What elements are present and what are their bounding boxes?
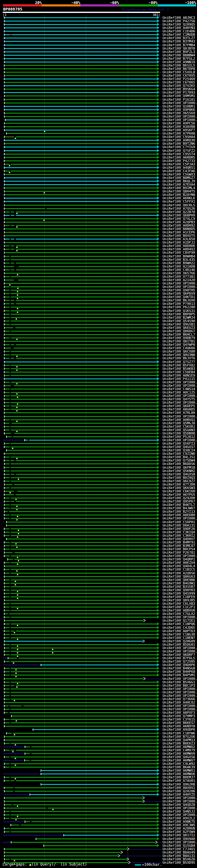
hit-bar[interactable] [5,188,157,188]
hit-bar[interactable] [5,365,157,366]
hit-bar[interactable] [5,116,157,117]
hit-label[interactable]: UniRef100_A7AU01 [163,779,195,782]
hit-bar[interactable] [36,838,157,839]
hit-bar[interactable] [5,362,157,363]
hit-bar[interactable] [7,538,157,539]
hit-bar[interactable] [8,658,157,659]
hit-bar[interactable] [5,208,157,209]
hit-bar[interactable] [5,201,157,202]
hit-bar[interactable] [5,338,157,338]
hit-label[interactable]: UniRef100_B4P5M1 [163,673,195,677]
hit-bar[interactable] [5,641,142,642]
hit-bar[interactable] [5,235,157,236]
hit-bar[interactable] [5,276,157,277]
hit-bar[interactable] [5,324,157,325]
hit-bar[interactable] [7,525,157,526]
hit-bar[interactable] [5,106,157,107]
hit-bar[interactable] [5,242,157,243]
hit-bar[interactable] [5,430,157,430]
hit-bar[interactable] [5,307,157,308]
hit-bar[interactable] [5,709,157,710]
hit-bar[interactable] [5,327,157,328]
hit-bar[interactable] [5,109,157,110]
hit-bar[interactable] [5,576,157,577]
hit-bar[interactable] [5,420,157,420]
hit-bar[interactable] [5,382,157,383]
hit-bar[interactable] [5,317,157,318]
hit-bar[interactable] [5,273,157,274]
hit-bar[interactable] [5,515,157,516]
hit-bar[interactable] [5,416,157,417]
hit-bar[interactable] [5,164,157,165]
hit-bar[interactable] [5,31,157,32]
hit-bar[interactable] [5,395,157,396]
hit-bar[interactable] [5,181,157,182]
hit-bar[interactable] [25,746,157,747]
hit-bar[interactable] [5,297,157,298]
hit-bar[interactable] [5,17,157,18]
hit-bar[interactable] [5,644,157,645]
hit-bar[interactable] [5,828,157,829]
hit-bar[interactable] [7,133,157,134]
hit-bar[interactable] [5,549,157,550]
hit-label[interactable]: UniRef100_UPI000.. [163,517,197,520]
hit-bar[interactable] [5,147,157,148]
hit-bar[interactable] [5,706,157,706]
hit-bar[interactable] [5,341,157,342]
hit-bar[interactable] [5,654,157,655]
hit-bar[interactable] [5,750,157,751]
hit-bar[interactable] [5,617,157,618]
hit-bar[interactable] [5,372,157,373]
hit-bar[interactable] [5,34,157,35]
hit-bar[interactable] [5,648,157,648]
hit-bar[interactable] [5,852,121,853]
hit-bar[interactable] [5,290,157,291]
hit-bar[interactable] [5,777,157,778]
hit-bar[interactable] [5,266,157,267]
hit-bar[interactable] [5,848,127,849]
hit-bar[interactable] [5,375,157,376]
hit-bar[interactable] [5,385,157,386]
hit-bar[interactable] [5,498,157,498]
hit-bar[interactable] [5,463,157,464]
hit-bar[interactable] [5,212,157,213]
hit-label[interactable]: UniRef100_B3TM43 [163,40,195,43]
hit-bar[interactable] [5,348,157,348]
hit-bar[interactable] [5,593,157,594]
hit-bar[interactable] [5,555,157,556]
hit-bar[interactable] [5,405,157,406]
hit-bar[interactable] [5,740,157,741]
hit-bar[interactable] [5,682,157,683]
hit-bar[interactable] [5,699,157,700]
hit-bar[interactable] [5,62,157,63]
hit-bar[interactable] [5,245,157,246]
hit-bar[interactable] [5,184,157,185]
hit-bar[interactable] [5,354,157,355]
hit-bar[interactable] [11,842,156,843]
hit-bar[interactable] [5,259,157,260]
hit-bar[interactable] [5,55,157,56]
hit-bar[interactable] [5,801,142,802]
hit-bar[interactable] [5,736,157,737]
hit-bar[interactable] [5,477,157,478]
hit-bar[interactable] [5,808,157,809]
hit-bar[interactable] [5,638,157,638]
hit-bar[interactable] [5,623,157,624]
hit-bar[interactable] [5,596,157,597]
hit-bar[interactable] [5,508,157,509]
hit-bar[interactable] [7,436,157,437]
hit-bar[interactable] [25,440,157,441]
hit-bar[interactable] [5,552,157,553]
hit-bar[interactable] [5,399,157,400]
hit-bar[interactable] [5,651,157,652]
hit-bar[interactable] [5,474,157,475]
hit-bar[interactable] [64,835,157,836]
hit-bar[interactable] [5,79,157,80]
hit-bar[interactable] [5,446,157,447]
hit-bar[interactable] [5,409,157,410]
hit-bar[interactable] [11,825,157,826]
hit-bar[interactable] [5,488,157,488]
hit-bar[interactable] [5,443,157,444]
hit-bar[interactable] [5,126,157,127]
hit-bar[interactable] [5,280,157,280]
